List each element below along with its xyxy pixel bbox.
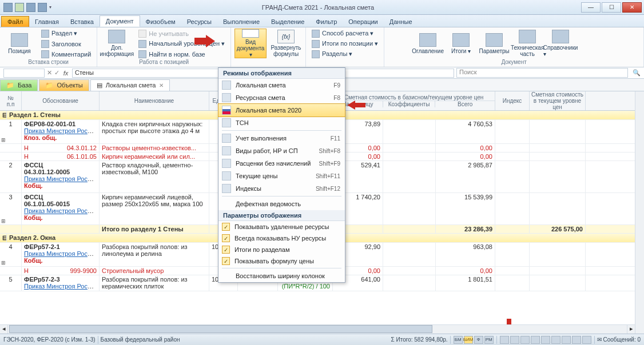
tab-select[interactable]: Выделение [265, 17, 310, 27]
tab-operations[interactable]: Операции [343, 17, 383, 27]
refs-button[interactable]: Справочники ▾ [544, 29, 577, 58]
doctab-objects[interactable]: 📁Объекты [39, 79, 89, 91]
menu-show-deleted[interactable]: ✓Показывать удаленные ресурсы [218, 221, 345, 232]
tab-insert[interactable]: Вставка [65, 17, 100, 27]
status-bim-icon[interactable]: БИМ [464, 336, 473, 344]
calc-method-button[interactable]: Способ расчета ▾ [309, 29, 380, 38]
tab-main[interactable]: Главная [29, 17, 65, 27]
defect-icon [222, 199, 231, 208]
formula-accept-icon[interactable]: ✓ [54, 69, 59, 77]
menu-defect[interactable]: Дефектная ведомость [218, 198, 345, 210]
status-mode-icon[interactable]: БМ [454, 336, 463, 344]
menu-resource[interactable]: Ресурсная сметаF8 [218, 91, 345, 104]
doc-view-button[interactable]: Вид документа ▾ [234, 29, 267, 58]
col-nm[interactable]: Наименование [100, 91, 209, 110]
msg-icon[interactable]: ✉ [597, 336, 602, 343]
formula-cancel-icon[interactable]: ✕ [47, 69, 52, 77]
horizontal-scrollbar[interactable]: ◂ ▸ [0, 324, 635, 334]
order-link[interactable]: Приказ Минстроя России от 26.12.2019 №87… [24, 207, 100, 214]
expand-icon[interactable]: ⊟ [0, 111, 7, 119]
col-idx[interactable]: Индекс [495, 91, 530, 110]
status-view-icon[interactable] [500, 336, 509, 344]
params-button[interactable]: Параметры [478, 29, 510, 58]
sections-button[interactable]: Разделы ▾ [309, 49, 380, 59]
search-go-icon[interactable]: 🔍 [633, 69, 641, 77]
status-view-icon[interactable] [541, 336, 550, 344]
tab-filter[interactable]: Фильтр [310, 17, 343, 27]
tab-data[interactable]: Данные [384, 17, 418, 27]
totals-pos-button[interactable]: Итоги по позиции ▾ [309, 39, 380, 49]
menu-show-formula[interactable]: ✓Показывать формулу цены [218, 255, 345, 267]
menu-prices[interactable]: Текущие ценыShift+F11 [218, 170, 345, 182]
addinfo-button[interactable]: Доп. информация [101, 29, 133, 58]
status-icon[interactable]: Ф [474, 336, 483, 344]
status-view-icon[interactable] [520, 336, 530, 344]
sheet-icon [222, 93, 231, 102]
maximize-button[interactable]: ☐ [602, 2, 621, 13]
status-icon[interactable]: РМ [484, 336, 494, 344]
section-button[interactable]: Раздел ▾ [39, 29, 93, 38]
menu-local-2020[interactable]: Локальная смета 2020 [218, 103, 345, 117]
vertical-scrollbar[interactable] [635, 91, 644, 334]
status-view-icon[interactable] [551, 336, 560, 344]
expand-icon[interactable]: ⊟ [0, 234, 7, 242]
order-link[interactable]: Приказ Минстроя России от 26.12.2019 №87… [24, 250, 100, 257]
menu-exec[interactable]: Учет выполненияF11 [218, 132, 345, 145]
tab-file[interactable]: Файл [1, 16, 29, 27]
search-input[interactable]: Поиск [456, 68, 628, 78]
expand-icon[interactable]: ⊞ [1, 218, 6, 224]
qat-redo-icon[interactable] [38, 3, 47, 12]
close-button[interactable]: ✕ [622, 2, 642, 13]
qat-dropdown-icon[interactable]: ▾ [49, 5, 51, 10]
group-position-label: Работа с позицией [101, 59, 227, 67]
tab-resources[interactable]: Ресурсы [181, 17, 217, 27]
close-tab-icon[interactable]: ✕ [159, 82, 164, 89]
minimize-button[interactable]: — [581, 2, 601, 13]
status-view-icon[interactable] [572, 336, 581, 344]
order-link[interactable]: Приказ Минстроя России от 26.12.2019 №87… [24, 175, 100, 182]
scroll-left-icon[interactable]: ◂ [0, 325, 8, 334]
techpart-button[interactable]: Техническая часть [511, 29, 543, 58]
menu-tsn[interactable]: ТСН [218, 117, 345, 129]
col-pp[interactable]: № п.п [0, 91, 22, 110]
col-st[interactable]: Сметная стоимость в текущем уровне цен [530, 91, 586, 110]
find-in-db-button[interactable]: Найти в норм. базе [136, 49, 227, 59]
menu-local[interactable]: Локальная сметаF9 [218, 79, 345, 91]
expand-icon[interactable]: ⊞ [1, 137, 6, 143]
position-button[interactable]: Позиция [3, 29, 35, 58]
doctab-baza[interactable]: 📁База [0, 79, 38, 91]
menu-restore-width[interactable]: Восстановить ширину колонок [218, 270, 345, 282]
doctab-local[interactable]: ▤Локальная смета✕ [90, 79, 170, 91]
cell-address-input[interactable] [3, 69, 45, 78]
app-icon[interactable] [3, 3, 13, 12]
qat-undo-icon[interactable] [26, 3, 35, 12]
totals-button[interactable]: Итоги ▾ [445, 29, 477, 58]
menu-indexes[interactable]: ИндексыShift+F12 [218, 182, 345, 195]
scrollbar-thumb[interactable] [9, 325, 432, 333]
status-view-icon[interactable] [582, 336, 591, 344]
menu-works[interactable]: Виды работ, НР и СПShift+F8 [218, 145, 345, 157]
status-view-icon[interactable] [562, 336, 571, 344]
exec-icon [222, 134, 231, 143]
tab-exec[interactable]: Выполнение [217, 17, 265, 27]
expand-formulas-button[interactable]: {fx}Развернуть формулы [270, 29, 302, 58]
menu-section-totals[interactable]: ✓Итоги по разделам [218, 244, 345, 255]
heading-button[interactable]: Заголовок [39, 39, 93, 49]
status-view-icon[interactable] [531, 336, 540, 344]
col-obo[interactable]: Обоснование [22, 91, 100, 110]
menu-show-nu[interactable]: ✓Всегда показывать НУ ресурсы [218, 232, 345, 244]
order-link[interactable]: Приказ Минстроя России от 26.12.2019 №87… [24, 127, 100, 134]
comment-button[interactable]: Комментарий [39, 49, 93, 59]
title-bar: ▾ ГРАНД-Смета 2021 - Локальная смета — ☐… [0, 0, 644, 15]
status-view-icon[interactable] [510, 336, 519, 344]
expand-icon[interactable]: ⊞ [1, 260, 6, 266]
quick-access-toolbar: ▾ [0, 3, 55, 12]
tab-document[interactable]: Документ [100, 15, 140, 27]
scroll-right-icon[interactable]: ▸ [627, 325, 635, 334]
menu-rates[interactable]: Расценки без начисленийShift+F9 [218, 157, 345, 170]
tab-fizobem[interactable]: Физобъем [140, 17, 181, 27]
qat-save-icon[interactable] [15, 3, 24, 12]
order-link[interactable]: Приказ Минстроя России [24, 283, 98, 290]
fx-label[interactable]: fx [62, 70, 70, 77]
toc-button[interactable]: Оглавление [412, 29, 444, 58]
